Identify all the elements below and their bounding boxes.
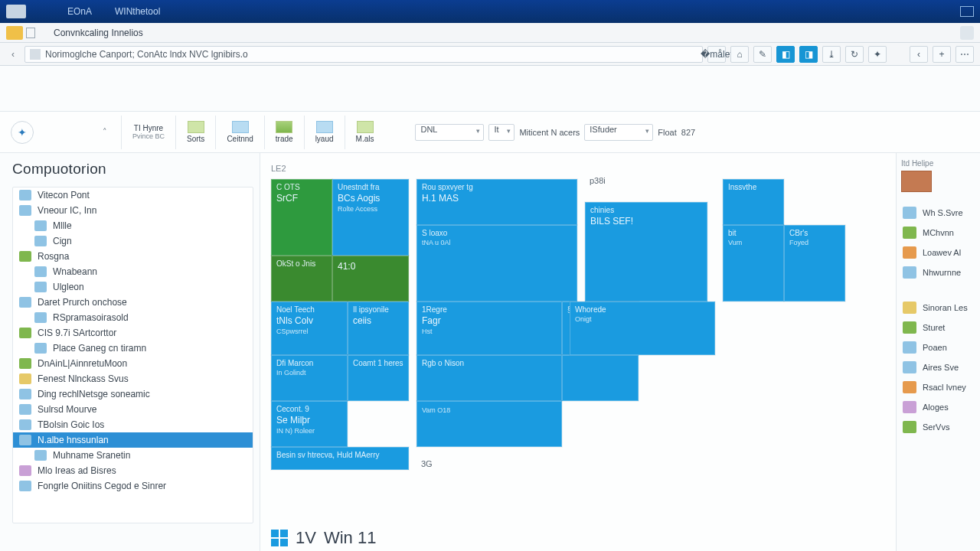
select-3[interactable]: ISfuder xyxy=(584,124,653,141)
rail-item[interactable]: Loawev Al xyxy=(901,243,975,262)
tree-node-icon xyxy=(19,205,31,216)
toolgroup-2[interactable]: Sorts xyxy=(175,116,215,149)
rail-item-label: Wh S.Svre xyxy=(923,208,963,217)
maximize-icon[interactable] xyxy=(960,6,974,17)
rail-thumbnail-icon[interactable] xyxy=(901,171,932,192)
tile[interactable]: chiniesBILS SEF! xyxy=(585,202,707,302)
tree-node[interactable]: Fenest Nlnckass Svus xyxy=(13,371,253,386)
tree-node[interactable]: Mllle xyxy=(13,218,253,233)
header-tool-cluster: �målet ⌂ ✎ ◧ ◨ ⤓ ↻ ✦ ‹ + ⋯ xyxy=(707,46,974,63)
tile[interactable]: Cecont. 9Se MilþrIN N) Roleer xyxy=(271,401,348,447)
tile[interactable]: Rou spxvyer tgH.1 MAS xyxy=(416,179,577,225)
breadcrumb[interactable]: Norimoglche Canport; ConAtc lndx NVC lgn… xyxy=(24,46,703,63)
tool-edit-icon[interactable]: ✎ xyxy=(753,46,772,63)
tile[interactable]: C OTSSrCF xyxy=(271,179,332,256)
tool-view2-icon[interactable]: ◨ xyxy=(799,46,818,63)
tree-node[interactable]: TBolsin Goic Ios xyxy=(13,417,253,432)
tile-line3: Foyed xyxy=(789,239,840,246)
select-1[interactable]: DNL xyxy=(415,124,484,141)
quick-access-icon[interactable] xyxy=(26,28,35,38)
canvas[interactable]: LE2 C OTSSrCFUnestndt fraBCs AogisRolte … xyxy=(260,153,896,551)
tile[interactable]: bitVum xyxy=(723,225,784,302)
tile[interactable]: 41:0 xyxy=(332,256,409,302)
tool-add-icon[interactable]: + xyxy=(933,46,951,63)
rail-item[interactable]: SerVvs xyxy=(901,417,975,437)
tree-node[interactable]: Fongrle Oniitins Cegod e Sinrer xyxy=(13,478,253,494)
tree-node-icon xyxy=(19,297,31,308)
nav-back-icon[interactable]: ‹ xyxy=(6,49,20,60)
toolstrip: ✦ ˄ TI Hynre Pvince BC Sorts Ceitnnd tra… xyxy=(0,112,980,153)
toolgroup-1[interactable]: TI Hynre Pvince BC xyxy=(121,116,175,149)
rail-item[interactable]: Aloges xyxy=(901,397,975,417)
rail-item[interactable]: Rsacl Ivney xyxy=(901,377,975,397)
tree-node[interactable]: Cign xyxy=(13,233,253,249)
user-badge-icon[interactable] xyxy=(960,26,974,40)
tree-node-label: Fenest Nlnckass Svus xyxy=(38,373,129,384)
tree-node[interactable]: Place Ganeg cn tiramn xyxy=(13,341,253,356)
misc-icon xyxy=(357,121,374,133)
tile[interactable]: S loaxotNA u 0Al xyxy=(416,225,577,302)
chevron-up-icon[interactable]: ˄ xyxy=(103,127,107,137)
tile[interactable]: Il ipsyonileceiis xyxy=(348,302,409,355)
tile[interactable]: Dfi MarconIn Golindt xyxy=(271,355,348,401)
rail-item[interactable]: Sturet xyxy=(901,318,975,337)
toolgroup-4[interactable]: trade xyxy=(264,116,304,149)
tree-node[interactable]: DnAinL|AinnretuMoon xyxy=(13,356,253,371)
file-button-icon[interactable] xyxy=(6,26,23,40)
rail-item-icon xyxy=(903,246,916,259)
tree-node[interactable]: Mlo Ireas ad Bisres xyxy=(13,463,253,478)
toolgroup-5[interactable]: lyaud xyxy=(304,116,345,149)
tree-node[interactable]: Muhname Sranetin xyxy=(13,448,253,463)
nav-tree[interactable]: Vitecon PontVneour IC, InnMllleCignRosgn… xyxy=(12,187,253,523)
rail-item[interactable]: Aires Sve xyxy=(901,357,975,377)
tree-node-label: Ding rechlNetsge soneamic xyxy=(38,389,150,399)
tree-node[interactable]: Ulgleon xyxy=(13,279,253,295)
tile-line1: OkSt o Jnis xyxy=(276,259,327,268)
tree-node[interactable]: Rosgna xyxy=(13,249,253,264)
tree-node[interactable]: CIS 9.7i SArtcorttor xyxy=(13,325,253,341)
rail-item[interactable]: Sinoran Les xyxy=(901,298,975,318)
rail-item[interactable]: Wh S.Svre xyxy=(901,203,975,223)
tile[interactable]: Unestndt fraBCs AogisRolte Access xyxy=(332,179,409,256)
window-control-icon[interactable] xyxy=(6,5,26,18)
tree-node[interactable]: Wnabeann xyxy=(13,264,253,279)
tool-view1-icon[interactable]: ◧ xyxy=(776,46,795,63)
brand-footer: 1V Win 11 xyxy=(271,528,376,548)
tile[interactable]: Inssvthe xyxy=(723,179,784,225)
tree-node[interactable]: N.albe hnssunlan xyxy=(13,432,253,448)
tool-layout-icon[interactable]: �målet xyxy=(707,46,726,63)
tool-home-icon[interactable]: ⌂ xyxy=(730,46,749,63)
tile[interactable]: OkSt o Jnis xyxy=(271,256,332,302)
ribbon-tab[interactable]: Convnkcaling Innelios xyxy=(54,28,143,38)
tile[interactable] xyxy=(562,355,639,401)
tile[interactable]: WhoredeOnigt xyxy=(570,302,715,355)
tile[interactable]: Besin sv htrecva, Huld MAerry xyxy=(271,447,409,470)
toolgroup-6[interactable]: M.als xyxy=(345,116,385,149)
tool-refresh-icon[interactable]: ↻ xyxy=(845,46,864,63)
tree-node[interactable]: Sulrsd Mourve xyxy=(13,402,253,417)
tree-node[interactable]: Daret Prurch onchose xyxy=(13,295,253,310)
rail-item[interactable]: Nhwurnne xyxy=(901,262,975,282)
tile-line1: Besin sv htrecva, Huld MAerry xyxy=(276,451,403,459)
rail-item[interactable]: Poaen xyxy=(901,337,975,357)
tool-prev-icon[interactable]: ‹ xyxy=(910,46,928,63)
rail-item-icon xyxy=(903,227,916,239)
tree-node[interactable]: Vneour IC, Inn xyxy=(13,203,253,218)
rail-item[interactable]: MChvnn xyxy=(901,223,975,243)
toolgroup-3[interactable]: Ceitnnd xyxy=(215,116,263,149)
tile[interactable]: Rgb o Nison xyxy=(416,355,562,401)
field-label-1: Miticent N acers xyxy=(519,128,580,137)
tree-node[interactable]: RSpramasoirasold xyxy=(13,310,253,325)
tile[interactable]: Noel TeechtNls ColvCSpwsrrel xyxy=(271,302,348,355)
tile[interactable]: Vam O18 xyxy=(416,401,562,447)
tool-more-icon[interactable]: ⋯ xyxy=(956,46,974,63)
tree-node[interactable]: Vitecon Pont xyxy=(13,187,253,203)
tool-star-icon[interactable]: ✦ xyxy=(868,46,887,63)
tile[interactable]: 1RegreFagrHst xyxy=(416,302,562,355)
tree-node[interactable]: Ding rechlNetsge soneamic xyxy=(13,386,253,402)
tile[interactable]: CBr'sFoyed xyxy=(784,225,845,302)
tool-download-icon[interactable]: ⤓ xyxy=(822,46,841,63)
tile[interactable]: Coamt 1 heres xyxy=(348,355,409,401)
compass-button-icon[interactable]: ✦ xyxy=(11,121,34,144)
select-2[interactable]: It xyxy=(488,124,514,141)
